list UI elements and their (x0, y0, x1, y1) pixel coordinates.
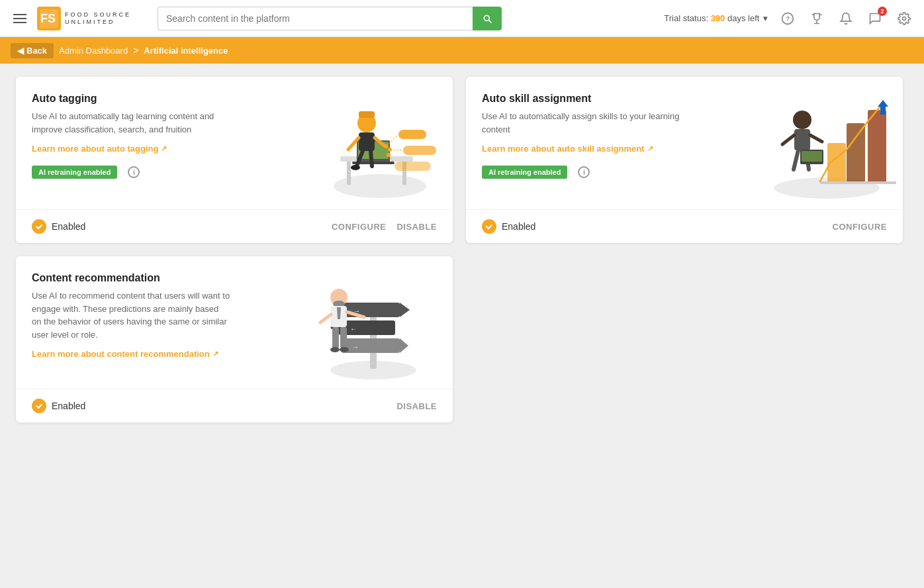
content-rec-body: Content recommendation Use AI to recomme… (16, 256, 453, 389)
breadcrumb-current: Artificial intelligence (144, 46, 228, 56)
check-icon-2 (482, 219, 496, 234)
auto-skill-body: Auto skill assignment Use AI to automati… (466, 77, 903, 209)
content-rec-title: Content recommendation (32, 272, 437, 284)
auto-tagging-badge: AI retraining enabled (32, 166, 117, 179)
auto-tagging-learn-more[interactable]: Learn more about auto tagging ↗ (32, 144, 167, 154)
search-area (158, 7, 502, 30)
main-content: Auto tagging Use AI to automatically tag… (0, 64, 924, 588)
breadcrumb-admin[interactable]: Admin Dashboard (59, 46, 128, 56)
back-label: Back (26, 46, 47, 56)
trial-status: Trial status: 390 days left ▾ (664, 13, 768, 23)
auto-skill-card: Auto skill assignment Use AI to automati… (466, 77, 903, 243)
auto-skill-badge: AI retraining enabled (482, 166, 567, 179)
auto-tagging-badge-row: AI retraining enabled i (32, 166, 437, 179)
auto-tagging-info[interactable]: i (128, 166, 140, 178)
message-badge: 2 (878, 7, 887, 16)
check-icon (32, 219, 46, 234)
header-right: Trial status: 390 days left ▾ ? 2 (664, 9, 913, 28)
content-rec-text: Content recommendation Use AI to recomme… (32, 272, 437, 378)
search-button[interactable] (473, 7, 502, 30)
settings-icon (898, 12, 911, 25)
content-rec-status: Enabled (32, 399, 85, 413)
messages-button[interactable]: 2 (866, 9, 884, 28)
content-rec-disable-button[interactable]: DISABLE (396, 401, 437, 411)
auto-skill-status: Enabled (482, 219, 535, 234)
breadcrumb-separator: > (133, 45, 138, 56)
auto-skill-actions: CONFIGURE (833, 222, 888, 232)
external-link-icon-2: ↗ (647, 144, 653, 153)
search-icon (482, 13, 492, 24)
trophy-icon (810, 12, 823, 25)
breadcrumb-bar: ◀ Back Admin Dashboard > Artificial inte… (0, 37, 924, 64)
settings-button[interactable] (895, 9, 913, 28)
logo-text: FOOD SOURCE UNLIMITED (65, 11, 131, 26)
menu-button[interactable] (11, 11, 29, 26)
help-icon: ? (781, 12, 794, 25)
bell-icon (839, 12, 853, 25)
svg-text:FS: FS (40, 12, 56, 25)
content-rec-learn-more[interactable]: Learn more about content recommendation … (32, 349, 218, 359)
auto-skill-configure-button[interactable]: CONFIGURE (833, 222, 888, 232)
auto-skill-info[interactable]: i (578, 166, 590, 178)
auto-skill-text: Auto skill assignment Use AI to automati… (482, 93, 887, 199)
cards-grid: Auto tagging Use AI to automatically tag… (16, 77, 903, 243)
auto-tagging-body: Auto tagging Use AI to automatically tag… (16, 77, 453, 209)
logo-icon: FS (37, 7, 61, 30)
help-button[interactable]: ? (778, 9, 797, 28)
external-link-icon-3: ↗ (212, 350, 218, 358)
content-rec-description: Use AI to recommend content that users w… (32, 289, 230, 341)
auto-tagging-footer: Enabled CONFIGURE DISABLE (16, 209, 453, 243)
content-rec-actions: DISABLE (396, 401, 437, 411)
search-input[interactable] (158, 7, 473, 30)
auto-skill-badge-row: AI retraining enabled i (482, 166, 887, 179)
external-link-icon: ↗ (161, 144, 167, 153)
auto-tagging-actions: CONFIGURE DISABLE (332, 222, 437, 232)
auto-skill-title: Auto skill assignment (482, 93, 887, 105)
auto-tagging-description: Use AI to automatically tag learning con… (32, 110, 230, 136)
trial-days: 390 (711, 13, 725, 23)
svg-text:?: ? (786, 15, 790, 22)
logo: FS FOOD SOURCE UNLIMITED (37, 7, 150, 30)
auto-tagging-title: Auto tagging (32, 93, 437, 105)
auto-skill-learn-more[interactable]: Learn more about auto skill assignment ↗ (482, 144, 653, 154)
svg-point-5 (903, 17, 906, 20)
content-recommendation-card: Content recommendation Use AI to recomme… (16, 256, 453, 422)
content-rec-footer: Enabled DISABLE (16, 389, 453, 422)
notification-button[interactable] (837, 9, 855, 28)
auto-skill-description: Use AI to automatically assign skills to… (482, 110, 680, 136)
cards-row-2: Content recommendation Use AI to recomme… (16, 256, 453, 422)
auto-tagging-status: Enabled (32, 219, 85, 234)
auto-tagging-card: Auto tagging Use AI to automatically tag… (16, 77, 453, 243)
auto-tagging-configure-button[interactable]: CONFIGURE (332, 222, 387, 232)
check-icon-3 (32, 399, 46, 413)
header: FS FOOD SOURCE UNLIMITED Trial status: 3… (0, 0, 924, 37)
back-button[interactable]: ◀ Back (11, 43, 54, 58)
auto-tagging-disable-button[interactable]: DISABLE (396, 222, 437, 232)
auto-tagging-text: Auto tagging Use AI to automatically tag… (32, 93, 437, 199)
trophy-button[interactable] (808, 9, 826, 28)
auto-skill-footer: Enabled CONFIGURE (466, 209, 903, 243)
